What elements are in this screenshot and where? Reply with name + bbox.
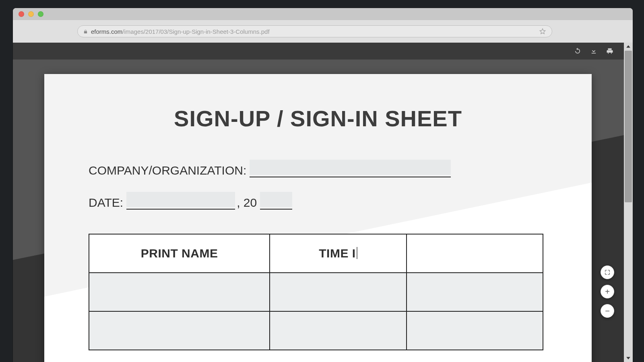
address-bar[interactable]: eforms.com/images/2017/03/Sign-up-Sign-i…: [77, 25, 552, 37]
window-minimize-button[interactable]: [28, 11, 34, 17]
cell-time[interactable]: [270, 311, 406, 350]
date-month-day-input[interactable]: [126, 192, 235, 210]
cell-third[interactable]: [407, 311, 543, 350]
vertical-scrollbar[interactable]: [624, 43, 633, 362]
rotate-button[interactable]: [574, 47, 581, 55]
browser-window: eforms.com/images/2017/03/Sign-up-Sign-i…: [13, 8, 633, 362]
zoom-out-button[interactable]: −: [601, 304, 614, 318]
lock-icon: [83, 29, 88, 34]
zoom-in-button[interactable]: +: [601, 285, 614, 298]
zoom-controls: + −: [601, 265, 614, 318]
table-header-row: PRINT NAME TIME I: [89, 234, 543, 273]
text-cursor: [357, 247, 357, 259]
window-zoom-button[interactable]: [38, 11, 43, 17]
cell-name[interactable]: [89, 273, 270, 311]
column-header-time-in-text: TIME I: [319, 247, 355, 260]
url-host: eforms.com: [91, 28, 122, 35]
pdf-toolbar: [13, 43, 624, 60]
cell-time[interactable]: [270, 273, 406, 311]
pdf-viewer: SIGN-UP / SIGN-IN SHEET COMPANY/ORGANIZA…: [13, 43, 633, 362]
table-row: [89, 311, 543, 350]
cell-name[interactable]: [89, 311, 270, 350]
company-label: COMPANY/ORGANIZATION:: [89, 164, 246, 177]
company-field-row: COMPANY/ORGANIZATION:: [89, 160, 592, 177]
url-path: /images/2017/03/Sign-up-Sign-in-Sheet-3-…: [122, 28, 269, 35]
company-input[interactable]: [250, 160, 451, 177]
scroll-up-arrow-icon[interactable]: [624, 43, 633, 51]
bookmark-star-icon[interactable]: [539, 28, 546, 35]
column-header-time-in: TIME I: [270, 234, 406, 273]
fit-icon: [604, 269, 611, 276]
document-title: SIGN-UP / SIGN-IN SHEET: [44, 105, 592, 132]
scroll-down-arrow-icon[interactable]: [624, 354, 633, 362]
browser-toolbar: eforms.com/images/2017/03/Sign-up-Sign-i…: [13, 20, 633, 43]
column-header-print-name: PRINT NAME: [89, 234, 270, 273]
cell-third[interactable]: [407, 273, 543, 311]
pdf-page: SIGN-UP / SIGN-IN SHEET COMPANY/ORGANIZA…: [44, 74, 592, 362]
date-year-input[interactable]: [260, 192, 292, 210]
window-titlebar: [13, 8, 633, 20]
column-header-third: [407, 234, 543, 273]
date-field-row: DATE: , 20: [89, 192, 592, 210]
century-prefix: , 20: [237, 196, 257, 210]
download-button[interactable]: [590, 47, 597, 55]
window-close-button[interactable]: [19, 11, 24, 17]
signin-table: PRINT NAME TIME I: [89, 234, 543, 350]
pdf-canvas-area[interactable]: SIGN-UP / SIGN-IN SHEET COMPANY/ORGANIZA…: [13, 60, 624, 362]
minus-icon: −: [605, 306, 610, 316]
scrollbar-thumb[interactable]: [625, 51, 632, 202]
fit-page-button[interactable]: [601, 265, 614, 279]
scrollbar-track[interactable]: [624, 51, 633, 354]
print-button[interactable]: [606, 47, 613, 55]
date-label: DATE:: [89, 196, 123, 210]
table-row: [89, 273, 543, 311]
plus-icon: +: [605, 287, 610, 296]
